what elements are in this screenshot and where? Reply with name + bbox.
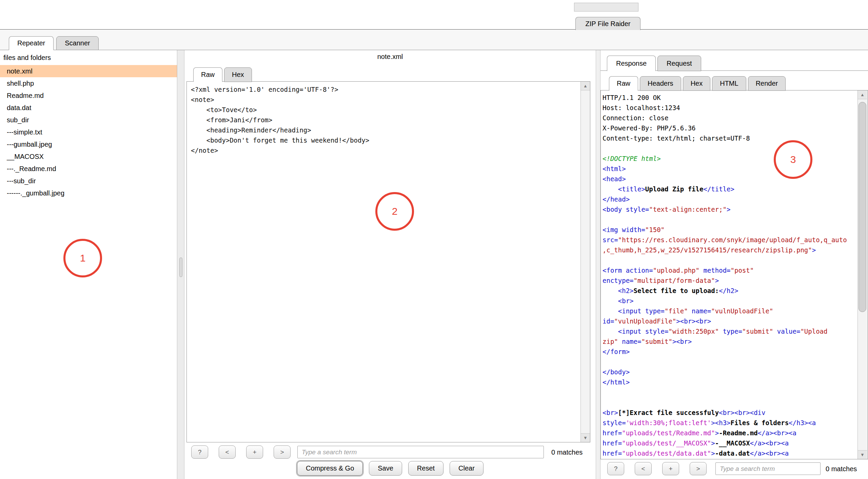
- editor-tab-hex[interactable]: Hex: [224, 67, 252, 82]
- splitter-right[interactable]: [596, 50, 600, 479]
- file-item-gumball-jpeg[interactable]: ------._gumball.jpeg: [0, 187, 177, 199]
- response-tab-hex[interactable]: Hex: [683, 76, 711, 91]
- search-prev-button[interactable]: <: [219, 445, 236, 459]
- response-line: [603, 387, 868, 397]
- file-item-gumball-jpeg[interactable]: ---gumball.jpeg: [0, 138, 177, 150]
- editor-title: note.xml: [184, 53, 596, 61]
- editor-search-input[interactable]: [297, 446, 544, 458]
- response-line: href="uploads/test/__MACOSX">-__MACOSX</…: [603, 438, 868, 448]
- file-item-data-dat[interactable]: data.dat: [0, 102, 177, 114]
- tab-request[interactable]: Request: [657, 56, 701, 71]
- splitter-grip-icon: [179, 257, 182, 277]
- response-line: zip" name="submit"><br>: [603, 336, 868, 347]
- tab-repeater[interactable]: Repeater: [9, 36, 54, 50]
- search-next-button[interactable]: >: [690, 462, 707, 475]
- response-line: <br>[*]Exract file successfuly<br><br><d…: [603, 408, 868, 418]
- nav-tabstrip: RepeaterScanner: [0, 30, 868, 50]
- response-line: <input style="width:250px" type="submit"…: [603, 326, 868, 336]
- file-item-macosx[interactable]: __MACOSX: [0, 150, 177, 163]
- response-line: [603, 255, 868, 265]
- files-panel-title: files and folders: [0, 50, 177, 65]
- response-line: Content-type: text/html; charset=UTF-8: [603, 133, 868, 143]
- response-line: Host: localhost:1234: [603, 103, 868, 113]
- file-item-sub-dir[interactable]: ---sub_dir: [0, 175, 177, 187]
- reset-button[interactable]: Reset: [408, 461, 443, 476]
- response-content[interactable]: HTTP/1.1 200 OKHost: localhost:1234Conne…: [603, 92, 868, 458]
- response-panel: ResponseRequest RawHeadersHexHTMLRender …: [600, 50, 868, 479]
- response-line: <head>: [603, 174, 868, 184]
- search-help-button[interactable]: ?: [607, 462, 624, 475]
- clear-button[interactable]: Clear: [450, 461, 484, 476]
- scroll-up-icon[interactable]: [858, 90, 867, 99]
- scroll-up-icon[interactable]: [581, 82, 590, 90]
- response-line: <h2>Select file to upload:</h2>: [603, 286, 868, 296]
- editor-tab-raw[interactable]: Raw: [193, 67, 222, 82]
- scrollbar-thumb[interactable]: [859, 102, 866, 312]
- tab-zip-file-raider[interactable]: ZIP File Raider: [575, 17, 640, 30]
- response-line: [603, 397, 868, 408]
- xml-editor: <?xml version='1.0' encoding='UTF-8'?> <…: [186, 81, 590, 442]
- file-item-readme-md[interactable]: ---._Readme.md: [0, 163, 177, 175]
- file-item-simple-txt[interactable]: ---simple.txt: [0, 126, 177, 138]
- save-button[interactable]: Save: [369, 461, 402, 476]
- response-line: enctype="multipart/form-data">: [603, 275, 868, 286]
- xml-editor-scrollbar[interactable]: [580, 82, 590, 442]
- annotation-circle-3: 3: [774, 140, 812, 179]
- editor-panel: note.xml RawHex <?xml version='1.0' enco…: [184, 50, 596, 479]
- response-tab-headers[interactable]: Headers: [640, 76, 681, 91]
- response-search-input[interactable]: [715, 462, 821, 475]
- annotation-circle-2: 2: [375, 192, 414, 231]
- annotation-circle-1: 1: [63, 239, 102, 277]
- response-editor: HTTP/1.1 200 OKHost: localhost:1234Conne…: [600, 90, 868, 459]
- file-item-note-xml[interactable]: note.xml: [0, 65, 177, 77]
- response-line: <html>: [603, 164, 868, 174]
- response-line: [603, 143, 868, 153]
- response-view-tabs: RawHeadersHexHTMLRender: [609, 75, 787, 90]
- app-tab-label: ZIP File Raider: [585, 20, 630, 28]
- response-line: <input type="file" name="vulnUploadFile": [603, 306, 868, 316]
- scroll-down-icon[interactable]: [581, 433, 590, 442]
- editor-actions: Compress & GoSaveResetClear: [297, 461, 484, 477]
- response-line: [603, 214, 868, 225]
- response-line: ,c_thumb,h_225,w_225/v1527156415/researc…: [603, 245, 868, 255]
- xml-content[interactable]: <?xml version='1.0' encoding='UTF-8'?> <…: [191, 84, 586, 155]
- response-line: X-Powered-By: PHP/5.6.36: [603, 123, 868, 133]
- response-line: <br>: [603, 296, 868, 306]
- response-tab-raw[interactable]: Raw: [609, 76, 638, 91]
- response-tab-html[interactable]: HTML: [712, 76, 746, 91]
- response-line: href="uploads/test/Readme.md">-Readme.md…: [603, 428, 868, 438]
- file-item-shell-php[interactable]: shell.php: [0, 77, 177, 89]
- editor-search-matches: 0 matches: [551, 445, 583, 460]
- response-line: <img width="150": [603, 225, 868, 235]
- compress-go-button[interactable]: Compress & Go: [297, 461, 363, 476]
- file-item-readme-md[interactable]: Readme.md: [0, 89, 177, 102]
- response-line: Connection: close: [603, 113, 868, 123]
- response-editor-scrollbar[interactable]: [857, 90, 868, 459]
- screen: ZIP File Raider RepeaterScanner files an…: [0, 0, 868, 479]
- editor-view-tabs: RawHex: [193, 67, 254, 82]
- search-prev-button[interactable]: <: [635, 462, 652, 475]
- search-help-button[interactable]: ?: [191, 445, 208, 459]
- response-line: </html>: [603, 377, 868, 387]
- response-line: </form>: [603, 347, 868, 357]
- response-line: <title>Upload Zip file</title>: [603, 184, 868, 194]
- file-item-sub-dir[interactable]: sub_dir: [0, 114, 177, 126]
- splitter-left[interactable]: [178, 50, 184, 479]
- search-plus-button[interactable]: +: [246, 445, 263, 459]
- response-line: style='width:30%;float:left'><h3>Files &…: [603, 418, 868, 428]
- search-next-button[interactable]: >: [274, 445, 291, 459]
- response-tab-render[interactable]: Render: [748, 76, 786, 91]
- response-line: src="https://res.cloudinary.com/snyk/ima…: [603, 235, 868, 245]
- search-plus-button[interactable]: +: [662, 462, 679, 475]
- response-search-row: ?<+> 0 matches: [600, 461, 868, 477]
- response-tabs: ResponseRequest: [607, 55, 703, 71]
- response-line: <body style="text-align:center;">: [603, 204, 868, 214]
- response-line: <form action="upload.php" method="post": [603, 265, 868, 275]
- tab-response[interactable]: Response: [607, 56, 656, 71]
- response-line: </head>: [603, 194, 868, 204]
- response-line: </body>: [603, 367, 868, 377]
- response-line: href="uploads/test/data.dat">-data.dat</…: [603, 448, 868, 458]
- scroll-down-icon[interactable]: [858, 450, 867, 459]
- tab-scanner[interactable]: Scanner: [56, 36, 99, 50]
- response-line: [603, 357, 868, 367]
